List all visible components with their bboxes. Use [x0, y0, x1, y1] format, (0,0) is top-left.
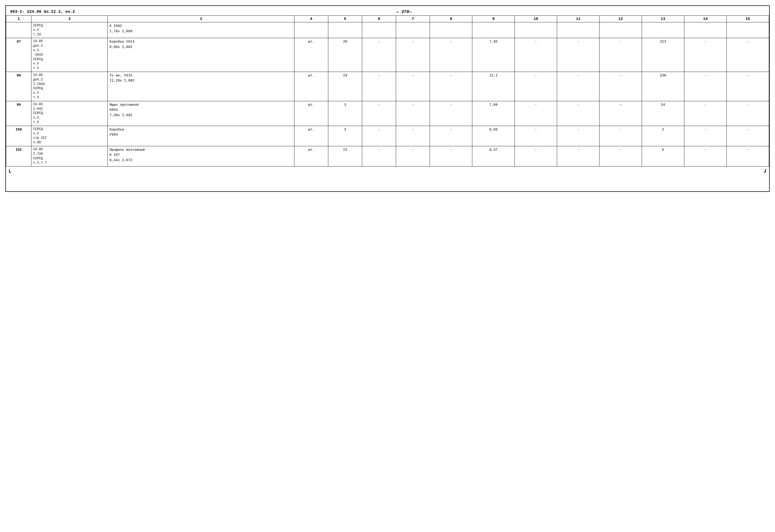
- cell-col14: -: [684, 126, 727, 146]
- cell-desc: Профиль монтажный К 347 0,44x I,072: [108, 146, 294, 166]
- cell-col11: -: [557, 101, 600, 126]
- cell-desc: К I082 I,70x I,089: [108, 22, 294, 38]
- cell-col11: [557, 22, 600, 38]
- cell-col7: [396, 22, 430, 38]
- cell-ref: 24-05 I-720 ССРСЦ ч.У,т.7: [31, 146, 108, 166]
- table-header-row: 1 2 3 4 5 6 7 8 9 10 11 12 13 14 15: [6, 16, 769, 22]
- cell-ref: ССРСЦ ч.У стр.2I2 п.80: [31, 126, 108, 146]
- col-header-8: 8: [430, 16, 472, 22]
- cell-col5: [328, 22, 362, 38]
- table-wrapper: 1 2 3 4 5 6 7 8 9 10 11 12 13 14 15: [6, 15, 769, 166]
- cell-col13: 2: [642, 126, 684, 146]
- cell-col14: -: [684, 38, 727, 72]
- cell-col11: -: [557, 126, 600, 146]
- cell-col4: шт.: [294, 38, 328, 72]
- cell-col10: -: [515, 126, 557, 146]
- table-row: IOI24-05 I-720 ССРСЦ ч.У,т.7Профиль монт…: [6, 146, 769, 166]
- cell-col12: -: [600, 146, 642, 166]
- cell-col13: 24: [642, 101, 684, 126]
- col-header-4: 4: [294, 16, 328, 22]
- cell-col10: [515, 22, 557, 38]
- cell-col6: -: [362, 72, 396, 101]
- cell-col7: -: [396, 126, 430, 146]
- cell-col8: -: [430, 72, 472, 101]
- col-header-6: 6: [362, 16, 396, 22]
- corner-br: J: [764, 169, 766, 174]
- col-header-7: 7: [396, 16, 430, 22]
- bottom-area: L J: [6, 166, 769, 175]
- cell-col9: 0,66: [472, 126, 515, 146]
- cell-col4: [294, 22, 328, 38]
- cell-col10: -: [515, 38, 557, 72]
- cell-col11: -: [557, 72, 600, 101]
- cell-col6: -: [362, 38, 396, 72]
- cell-col13: 2I3: [642, 38, 684, 72]
- cell-desc: Ящик протяжной К654 7,30x I,082: [108, 101, 294, 126]
- cell-col8: [430, 22, 472, 38]
- cell-desc: Коробка У994: [108, 126, 294, 146]
- header-area: 903-I- 224.86 Ал.I2.3, кн.2 — 370—: [6, 9, 769, 15]
- cell-col7: -: [396, 72, 430, 101]
- table-row: 9924-05 I-942 ССРСЦ ч.У, т.5Ящик протяжн…: [6, 101, 769, 126]
- cell-col7: -: [396, 38, 430, 72]
- cell-col15: -: [727, 38, 769, 72]
- table-row: ССРСЦ ч.У т.IOК I082 I,70x I,089: [6, 22, 769, 38]
- cell-row-num: I00: [6, 126, 31, 146]
- cell-col12: -: [600, 126, 642, 146]
- cell-col15: -: [727, 146, 769, 166]
- table-row: I00ССРСЦ ч.У стр.2I2 п.80Коробка У994шт.…: [6, 126, 769, 146]
- cell-col13: [642, 22, 684, 38]
- cell-ref: ССРСЦ ч.У т.IO: [31, 22, 108, 38]
- doc-number: 903-I- 224.86 Ал.I2.3, кн.2: [10, 10, 75, 14]
- cell-col8: -: [430, 126, 472, 146]
- cell-col5: 3: [328, 101, 362, 126]
- cell-col4: шт.: [294, 101, 328, 126]
- cell-col14: -: [684, 146, 727, 166]
- cell-col4: шт.: [294, 126, 328, 146]
- cell-col8: -: [430, 38, 472, 72]
- cell-ref: 24-05 I-942 ССРСЦ ч.У, т.5: [31, 101, 108, 126]
- col-header-11: 11: [557, 16, 600, 22]
- cell-col13: 6: [642, 146, 684, 166]
- table-row: 9824-05 доп.2 I-I044 ССРСЦ ч.У т.5То же,…: [6, 72, 769, 101]
- cell-col7: -: [396, 146, 430, 166]
- cell-col8: -: [430, 146, 472, 166]
- col-header-14: 14: [684, 16, 727, 22]
- main-table: 1 2 3 4 5 6 7 8 9 10 11 12 13 14 15: [6, 15, 769, 166]
- cell-col6: -: [362, 146, 396, 166]
- cell-col6: [362, 22, 396, 38]
- cell-col6: -: [362, 126, 396, 146]
- cell-col14: [684, 22, 727, 38]
- cell-col15: [727, 22, 769, 38]
- cell-col5: I3: [328, 146, 362, 166]
- cell-row-num: IOI: [6, 146, 31, 166]
- col-header-1: 1: [6, 16, 31, 22]
- cell-col5: I9: [328, 72, 362, 101]
- cell-col9: [472, 22, 515, 38]
- cell-col15: -: [727, 101, 769, 126]
- cell-col10: -: [515, 72, 557, 101]
- cell-col9: I2,I: [472, 72, 515, 101]
- cell-col8: -: [430, 101, 472, 126]
- col-header-2: 2: [31, 16, 108, 22]
- cell-col12: [600, 22, 642, 38]
- cell-col15: -: [727, 126, 769, 146]
- col-header-5: 5: [328, 16, 362, 22]
- cell-row-num: [6, 22, 31, 38]
- page-number: — 370—: [75, 10, 733, 14]
- col-header-3: 3: [108, 16, 294, 22]
- corner-bl: L: [9, 169, 11, 174]
- cell-col14: -: [684, 101, 727, 126]
- cell-col4: шт.: [294, 72, 328, 101]
- col-header-9: 9: [472, 16, 515, 22]
- col-header-10: 10: [515, 16, 557, 22]
- cell-col11: -: [557, 146, 600, 166]
- cell-ref: 24-05 доп.2 I-I044 ССРСЦ ч.У т.5: [31, 72, 108, 101]
- cell-col15: -: [727, 72, 769, 101]
- cell-col9: 0,47: [472, 146, 515, 166]
- col-header-12: 12: [600, 16, 642, 22]
- cell-col4: шт.: [294, 146, 328, 166]
- cell-col12: -: [600, 38, 642, 72]
- cell-row-num: 97: [6, 38, 31, 72]
- cell-desc: Коробка У6I4 6,80x I,082: [108, 38, 294, 72]
